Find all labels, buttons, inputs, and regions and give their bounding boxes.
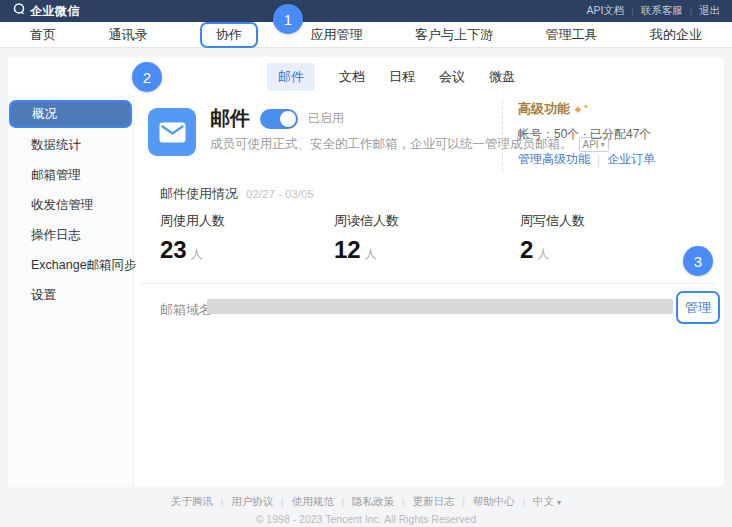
vertical-divider	[502, 101, 503, 171]
collaboration-tabs: 邮件 文档 日程 会议 微盘	[267, 65, 515, 89]
usage-section-header: 邮件使用情况 02/27 - 03/05	[160, 185, 314, 203]
logout-link[interactable]: 退出	[699, 4, 720, 18]
nav-item-home[interactable]: 首页	[30, 26, 56, 44]
sparkle-icon: ✦✦	[573, 103, 589, 116]
privacy-policy-link[interactable]: 隐私政策	[352, 495, 394, 509]
tab-docs[interactable]: 文档	[339, 63, 365, 91]
stat-value: 2	[520, 236, 533, 264]
separator: |	[631, 6, 633, 16]
main-nav: 首页 通讯录 协作 应用管理 客户与上下游 管理工具 我的企业	[0, 22, 732, 48]
mail-app-icon	[148, 108, 196, 156]
footer-links: 关于腾讯 | 用户协议 | 使用规范 | 隐私政策 | 更新日志 | 帮助中心 …	[0, 495, 732, 509]
annotation-circle-2: 2	[132, 62, 162, 92]
nav-item-collaboration[interactable]: 协作	[200, 22, 258, 48]
stat-unit: 人	[191, 246, 203, 263]
mail-header: 邮件 已启用	[210, 105, 344, 132]
chevron-down-icon: ▾	[557, 498, 561, 507]
premium-panel: 高级功能 ✦✦ 帐号：50个 · 已分配47个 管理高级功能 | 企业订单	[518, 100, 655, 168]
enterprise-wechat-admin: 企业微信 API文档 | 联系客服 | 退出 首页 通讯录 协作 应用管理 客户…	[0, 0, 732, 527]
stat-unit: 人	[365, 246, 377, 263]
stat-weekly-users: 周使用人数 23 人	[160, 212, 225, 264]
sidebar-item-operation-log[interactable]: 操作日志	[8, 220, 133, 250]
tab-mail[interactable]: 邮件	[267, 63, 315, 91]
copyright-text: © 1998 - 2023 Tencent Inc. All Rights Re…	[0, 513, 732, 525]
premium-account-info: 帐号：50个 · 已分配47个	[518, 126, 655, 143]
nav-item-admin-tools[interactable]: 管理工具	[546, 26, 598, 44]
sidebar-item-statistics[interactable]: 数据统计	[8, 130, 133, 160]
stat-unit: 人	[537, 246, 549, 263]
footer: 关于腾讯 | 用户协议 | 使用规范 | 隐私政策 | 更新日志 | 帮助中心 …	[0, 495, 732, 525]
tab-calendar[interactable]: 日程	[389, 63, 415, 91]
nav-item-apps[interactable]: 应用管理	[311, 26, 363, 44]
stat-value: 12	[334, 236, 361, 264]
nav-item-my-company[interactable]: 我的企业	[650, 26, 702, 44]
contact-support-link[interactable]: 联系客服	[641, 4, 683, 18]
sidebar-item-exchange-sync[interactable]: Exchange邮箱同步	[8, 250, 133, 280]
usage-date-range: 02/27 - 03/05	[246, 188, 314, 200]
stat-weekly-readers: 周读信人数 12 人	[334, 212, 399, 264]
nav-item-contacts[interactable]: 通讯录	[109, 26, 148, 44]
manage-premium-link[interactable]: 管理高级功能	[518, 151, 590, 168]
manage-domain-link[interactable]: 管理	[685, 299, 711, 317]
tab-meeting[interactable]: 会议	[439, 63, 465, 91]
app-logo[interactable]: 企业微信	[12, 2, 80, 20]
horizontal-divider	[140, 283, 716, 284]
premium-title-row: 高级功能 ✦✦	[518, 100, 655, 118]
wechat-work-logo-icon	[12, 2, 26, 20]
mail-enable-toggle[interactable]	[260, 109, 298, 129]
api-docs-link[interactable]: API文档	[586, 4, 624, 18]
mail-overview: 邮件 已启用 成员可使用正式、安全的工作邮箱，企业可以统一管理成员邮箱。 API…	[134, 95, 724, 487]
annotation-box-manage: 管理	[676, 291, 720, 324]
separator: |	[597, 153, 600, 167]
changelog-link[interactable]: 更新日志	[412, 495, 454, 509]
usage-title: 邮件使用情况	[160, 185, 238, 203]
usage-rules-link[interactable]: 使用规范	[292, 495, 334, 509]
mail-domain-redacted-value	[207, 299, 673, 314]
premium-title: 高级功能	[518, 100, 570, 118]
separator: |	[690, 6, 692, 16]
page-title: 邮件	[210, 105, 250, 132]
app-title: 企业微信	[30, 3, 80, 20]
tab-drive[interactable]: 微盘	[489, 63, 515, 91]
nav-item-customers[interactable]: 客户与上下游	[415, 26, 493, 44]
sidebar-item-settings[interactable]: 设置	[8, 280, 133, 310]
stat-value: 23	[160, 236, 187, 264]
premium-links: 管理高级功能 | 企业订单	[518, 151, 655, 168]
language-selector[interactable]: 中文 ▾	[533, 495, 561, 509]
envelope-icon	[159, 122, 186, 143]
annotation-circle-3: 3	[683, 246, 713, 276]
status-label: 已启用	[308, 110, 344, 127]
user-agreement-link[interactable]: 用户协议	[231, 495, 273, 509]
sidebar: 概况 数据统计 邮箱管理 收发信管理 操作日志 Exchange邮箱同步 设置	[8, 95, 134, 487]
topbar: 企业微信 API文档 | 联系客服 | 退出	[0, 0, 732, 22]
help-center-link[interactable]: 帮助中心	[473, 495, 515, 509]
sidebar-item-send-receive[interactable]: 收发信管理	[8, 190, 133, 220]
mail-domain-label: 邮箱域名	[160, 301, 212, 319]
content-panel: 邮件 文档 日程 会议 微盘 概况 数据统计 邮箱管理 收发信管理 操作日志 E…	[8, 57, 724, 487]
about-tencent-link[interactable]: 关于腾讯	[171, 495, 213, 509]
stat-weekly-writers: 周写信人数 2 人	[520, 212, 585, 264]
sidebar-item-overview[interactable]: 概况	[9, 100, 132, 128]
enterprise-order-link[interactable]: 企业订单	[607, 151, 655, 168]
annotation-circle-1: 1	[273, 4, 303, 34]
sidebar-item-mailbox-management[interactable]: 邮箱管理	[8, 160, 133, 190]
topbar-links: API文档 | 联系客服 | 退出	[586, 4, 720, 18]
